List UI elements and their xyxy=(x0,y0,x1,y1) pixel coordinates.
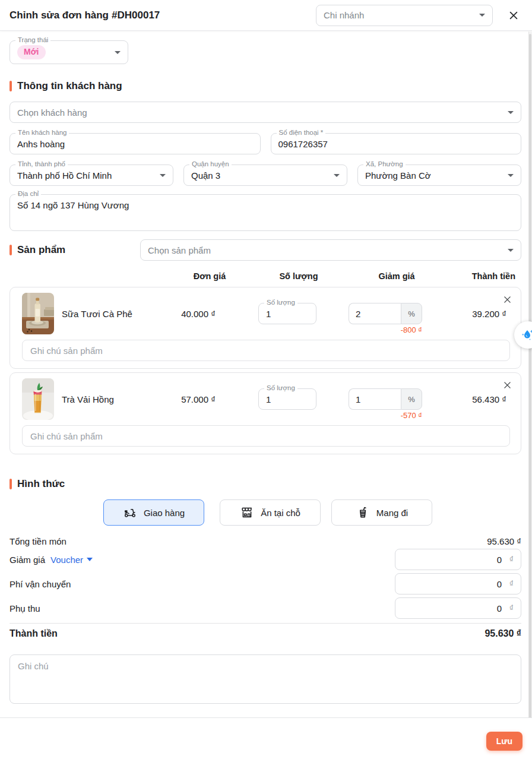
section-accent-bar xyxy=(10,81,12,91)
section-accent-bar xyxy=(10,245,12,255)
status-select[interactable]: Trạng thái Mới xyxy=(10,40,128,64)
customer-name-field-wrap: Tên khách hàng xyxy=(10,133,261,154)
quantity-label: Số lượng xyxy=(264,299,297,307)
discount-group: % xyxy=(349,303,422,324)
modal-footer: Lưu xyxy=(0,717,532,759)
discount-amount: -570 ₫ xyxy=(401,411,422,420)
surcharge-field-wrap: ₫ xyxy=(395,597,521,619)
discount-unit-toggle[interactable]: % xyxy=(401,303,422,324)
col-line-total: Thành tiền xyxy=(450,271,521,281)
grand-total-value: 95.630 ₫ xyxy=(484,628,521,639)
currency-symbol: ₫ xyxy=(509,603,514,613)
province-select[interactable]: Tỉnh, thành phố Thành phố Hồ Chí Minh xyxy=(10,165,173,186)
chevron-down-icon xyxy=(508,174,514,177)
order-discount-label: Giảm giá xyxy=(10,555,45,565)
fulfillment-option-delivery[interactable]: Giao hàng xyxy=(103,499,204,526)
remove-product-button[interactable] xyxy=(501,378,514,392)
product-image xyxy=(22,293,54,334)
water-drop-icon xyxy=(520,327,532,343)
order-discount-row: Giảm giá Voucher ₫ xyxy=(10,549,521,570)
col-unit-price: Đơn giá xyxy=(165,271,254,281)
fulfillment-option-takeaway[interactable]: Mang đi xyxy=(331,499,432,526)
summary-divider xyxy=(10,623,521,624)
province-label: Tỉnh, thành phố xyxy=(15,160,68,169)
quantity-field-wrap: Số lượng xyxy=(258,303,316,324)
subtotal-value: 95.630 ₫ xyxy=(487,536,521,546)
fulfillment-option-label: Mang đi xyxy=(376,508,408,518)
ward-select[interactable]: Xã, Phường Phường Bàn Cờ xyxy=(357,165,521,186)
page-title: Chỉnh sửa đơn hàng#DH00017 xyxy=(10,10,160,21)
discount-input[interactable] xyxy=(349,388,401,410)
close-icon xyxy=(502,295,512,305)
quantity-field-wrap: Số lượng xyxy=(258,388,316,410)
scrollbar-thumb[interactable] xyxy=(529,34,531,749)
product-note-input[interactable] xyxy=(22,425,510,447)
chevron-down-icon xyxy=(160,174,166,177)
modal-body: Trạng thái Mới Thông tin khách hàng Chọn… xyxy=(0,40,532,706)
col-discount: Giảm giá xyxy=(343,271,450,281)
product-select[interactable]: Chọn sản phẩm xyxy=(140,239,521,261)
order-note-input[interactable] xyxy=(10,654,521,704)
fulfillment-section-header: Hình thức xyxy=(10,478,521,490)
customer-phone-label: Số điện thoại * xyxy=(277,129,326,137)
close-icon xyxy=(508,10,520,21)
fulfillment-option-dine-in[interactable]: Ăn tại chỗ xyxy=(220,499,321,526)
province-value: Thành phố Hồ Chí Minh xyxy=(17,170,112,181)
address-input[interactable]: Số 14 ngõ 137 Hùng Vương xyxy=(10,195,521,230)
product-select-placeholder: Chọn sản phẩm xyxy=(148,245,211,255)
product-note-input[interactable] xyxy=(22,340,510,361)
customer-phone-field-wrap: Số điện thoại * xyxy=(271,133,522,154)
shipping-fee-label: Phí vận chuyển xyxy=(10,579,71,589)
surcharge-label: Phụ thu xyxy=(10,603,40,613)
product-card: Trà Vải Hồng 57.000 ₫ Số lượng % -570 ₫ … xyxy=(10,372,521,454)
discount-group: % xyxy=(349,388,422,410)
products-section-header: Sản phẩm xyxy=(10,244,65,256)
ward-value: Phường Bàn Cờ xyxy=(365,170,431,181)
order-discount-input[interactable] xyxy=(395,549,521,570)
shipping-fee-row: Phí vận chuyển ₫ xyxy=(10,573,521,594)
fulfillment-section-title: Hình thức xyxy=(17,478,65,490)
customer-select[interactable]: Chọn khách hàng xyxy=(10,102,521,123)
district-label: Quận huyện xyxy=(189,160,232,169)
quantity-label: Số lượng xyxy=(264,384,297,393)
chevron-down-icon xyxy=(115,51,121,54)
order-id: #DH00017 xyxy=(112,10,160,21)
storefront-icon xyxy=(240,505,254,520)
unit-price: 40.000 ₫ xyxy=(154,309,243,319)
save-button[interactable]: Lưu xyxy=(486,732,522,751)
product-card: Sữa Tươi Cà Phê 40.000 ₫ Số lượng % -800… xyxy=(10,287,521,369)
discount-input[interactable] xyxy=(349,303,401,324)
district-select[interactable]: Quận huyện Quận 3 xyxy=(183,165,347,186)
address-field-wrap: Địa chỉ Số 14 ngõ 137 Hùng Vương xyxy=(10,194,521,231)
customer-select-placeholder: Chọn khách hàng xyxy=(17,107,87,118)
grand-total-label: Thành tiền xyxy=(10,628,58,639)
discount-amount: -800 ₫ xyxy=(401,325,422,334)
takeaway-cup-icon xyxy=(356,505,370,520)
scrollbar[interactable] xyxy=(528,31,532,759)
line-total: 39.200 ₫ xyxy=(439,309,510,319)
section-accent-bar xyxy=(10,479,12,489)
col-quantity: Số lượng xyxy=(254,271,343,281)
close-button[interactable] xyxy=(506,8,521,23)
chevron-down-icon xyxy=(479,14,485,17)
shipping-fee-input[interactable] xyxy=(395,574,521,594)
product-name: Sữa Tươi Cà Phê xyxy=(62,309,132,319)
voucher-dropdown[interactable]: Voucher xyxy=(50,555,93,565)
customer-section-title: Thông tin khách hàng xyxy=(17,80,122,92)
remove-product-button[interactable] xyxy=(501,293,514,306)
product-table-header: Đơn giá Số lượng Giảm giá Thành tiền xyxy=(10,271,521,281)
status-label: Trạng thái xyxy=(15,36,50,45)
customer-name-label: Tên khách hàng xyxy=(15,129,69,137)
currency-symbol: ₫ xyxy=(509,579,514,589)
voucher-label: Voucher xyxy=(50,555,83,565)
line-total: 56.430 ₫ xyxy=(439,394,510,404)
products-section-title: Sản phẩm xyxy=(17,244,65,256)
product-name: Trà Vải Hồng xyxy=(62,394,114,404)
ward-label: Xã, Phường xyxy=(363,160,406,169)
branch-select[interactable]: Chi nhánh xyxy=(316,5,493,26)
chevron-down-icon xyxy=(508,111,514,114)
unit-price: 57.000 ₫ xyxy=(154,394,243,404)
chevron-down-icon xyxy=(334,174,340,177)
surcharge-input[interactable] xyxy=(395,598,521,618)
discount-unit-toggle[interactable]: % xyxy=(401,388,422,410)
